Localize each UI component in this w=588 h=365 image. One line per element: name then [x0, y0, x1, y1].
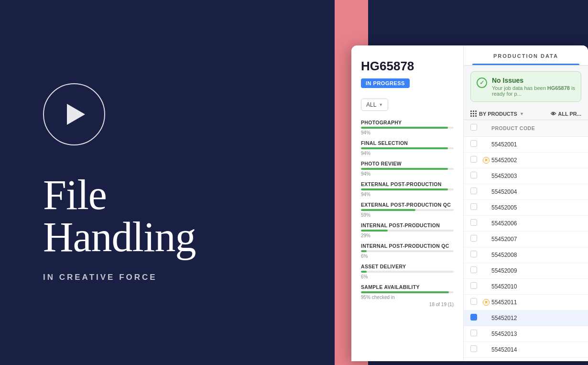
table-row[interactable]: 55452008	[464, 247, 588, 263]
progress-label: ASSET DELIVERY	[361, 264, 454, 269]
product-code-cell: 55452013	[491, 331, 581, 337]
table-row[interactable]: 55452009	[464, 263, 588, 279]
row-checkbox[interactable]	[470, 188, 481, 196]
row-select-checkbox[interactable]	[470, 330, 477, 336]
header-checkbox[interactable]	[470, 124, 481, 133]
row-select-checkbox[interactable]	[470, 314, 477, 321]
by-products-button[interactable]: BY PRODUCTS ▼	[470, 111, 524, 117]
product-rows-container: 55452001 ✕ 55452002 55452003 5	[464, 137, 588, 361]
row-checkbox[interactable]	[470, 156, 481, 165]
all-pro-label: ALL PR...	[558, 111, 581, 117]
progress-item: INTERNAL POST-PRODUCTION 29%	[361, 222, 454, 238]
row-select-checkbox[interactable]	[470, 188, 477, 194]
row-select-checkbox[interactable]	[470, 203, 477, 210]
progress-item: EXTERNAL POST-PRODUCTION 94%	[361, 181, 454, 197]
table-row[interactable]: 55452006	[464, 216, 588, 232]
progress-sub: 94%	[361, 192, 454, 197]
product-code-cell: 55452007	[491, 236, 581, 243]
filter-button[interactable]: ALL ▼	[361, 99, 388, 111]
progress-bar-bg	[361, 147, 454, 149]
select-all-checkbox[interactable]	[470, 124, 477, 131]
table-row[interactable]: 55452012	[464, 310, 588, 326]
product-code-cell: 55452004	[491, 188, 581, 195]
row-checkbox[interactable]	[470, 251, 481, 259]
grid-icon	[470, 111, 477, 117]
progress-bar-fill	[361, 147, 448, 149]
row-select-checkbox[interactable]	[470, 345, 477, 352]
table-row[interactable]: 55452001	[464, 137, 588, 153]
progress-bar-fill	[361, 291, 449, 293]
table-row[interactable]: 55452007	[464, 232, 588, 247]
row-checkbox[interactable]	[470, 140, 481, 149]
play-button[interactable]	[43, 83, 105, 145]
progress-bar-fill	[361, 271, 367, 273]
row-select-checkbox[interactable]	[470, 235, 477, 242]
progress-item: INTERNAL POST-PRODUCTION QC 6%	[361, 243, 454, 259]
progress-label: INTERNAL POST-PRODUCTION	[361, 222, 454, 228]
product-code-cell: 55452008	[491, 252, 581, 258]
row-checkbox[interactable]	[470, 330, 481, 338]
progress-label: SAMPLE AVAILABILITY	[361, 284, 454, 290]
row-checkbox[interactable]	[470, 314, 481, 322]
row-checkbox[interactable]	[470, 298, 481, 307]
product-code-cell: 55452003	[491, 173, 581, 179]
row-select-checkbox[interactable]	[470, 251, 477, 257]
checkmark: ✓	[479, 79, 484, 86]
progress-bar-bg	[361, 250, 454, 252]
progress-bar-bg	[361, 168, 454, 170]
subtitle: IN CREATIVE FORCE	[43, 273, 349, 282]
progress-item: SAMPLE AVAILABILITY 95% checked in	[361, 284, 454, 300]
status-badge: IN PROGRESS	[361, 78, 410, 88]
no-issues-title: No Issues	[492, 77, 575, 84]
progress-bar-bg	[361, 209, 454, 211]
row-select-checkbox[interactable]	[470, 298, 477, 305]
no-issues-banner: ✓ No Issues Your job data has been HG658…	[470, 71, 581, 102]
progress-bar-fill	[361, 168, 448, 170]
table-row[interactable]: 55452004	[464, 184, 588, 200]
product-code-cell: 55452012	[491, 315, 581, 321]
row-checkbox[interactable]	[470, 266, 481, 275]
row-checkbox[interactable]	[470, 172, 481, 180]
all-pro-button[interactable]: 👁 ALL PR...	[551, 111, 581, 117]
row-checkbox[interactable]	[470, 219, 481, 228]
progress-section: PHOTOGRAPHY 94% FINAL SELECTION 94% PHOT…	[361, 120, 454, 300]
product-code-cell: 55452014	[491, 346, 581, 353]
row-checkbox[interactable]	[470, 203, 481, 212]
table-row[interactable]: 55452015	[464, 358, 588, 361]
row-select-checkbox[interactable]	[470, 140, 477, 147]
progress-bar-bg	[361, 271, 454, 273]
progress-bar-bg	[361, 188, 454, 190]
hero-section: File Handling IN CREATIVE FORCE	[0, 0, 349, 365]
progress-label: FINAL SELECTION	[361, 140, 454, 146]
progress-sub: 6%	[361, 274, 454, 279]
product-code-cell: 55452010	[491, 283, 581, 290]
progress-sub: 94%	[361, 171, 454, 177]
row-icon-slot: ✕	[481, 157, 491, 164]
row-checkbox[interactable]	[470, 235, 481, 243]
row-select-checkbox[interactable]	[470, 219, 477, 226]
row-select-checkbox[interactable]	[470, 282, 477, 289]
table-row[interactable]: ✕ 55452002	[464, 153, 588, 168]
play-icon	[67, 104, 85, 125]
row-checkbox[interactable]	[470, 345, 481, 354]
row-select-checkbox[interactable]	[470, 156, 477, 163]
table-row[interactable]: 55452014	[464, 342, 588, 358]
progress-sub: 6%	[361, 254, 454, 259]
by-products-label: BY PRODUCTS	[479, 111, 517, 117]
progress-bar-bg	[361, 127, 454, 129]
table-row[interactable]: 55452005	[464, 200, 588, 216]
chevron-down-icon: ▼	[520, 111, 524, 116]
table-row[interactable]: ✕ 55452011	[464, 295, 588, 310]
table-row[interactable]: 55452010	[464, 279, 588, 295]
table-row[interactable]: 55452003	[464, 168, 588, 184]
job-id: HG65878	[361, 59, 454, 74]
row-checkbox[interactable]	[470, 282, 481, 291]
row-select-checkbox[interactable]	[470, 172, 477, 178]
row-select-checkbox[interactable]	[470, 266, 477, 273]
progress-item: ASSET DELIVERY 6%	[361, 264, 454, 279]
progress-bar-fill	[361, 209, 415, 211]
table-row[interactable]: 55452013	[464, 326, 588, 342]
row-icon-slot: ✕	[481, 299, 491, 306]
progress-label: INTERNAL POST-PRODUCTION QC	[361, 243, 454, 249]
main-title: File Handling	[43, 174, 349, 258]
